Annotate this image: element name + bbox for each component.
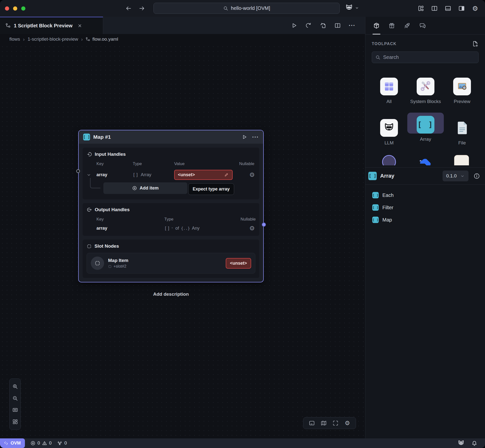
auto-layout-icon[interactable] [11, 418, 19, 425]
tab-comments-icon[interactable] [418, 17, 427, 34]
titlebar: hello-world [OVM] ⚙ [0, 0, 485, 17]
minimize-window-button[interactable] [13, 6, 17, 11]
type-caret-icon[interactable]: ⌄ [171, 226, 173, 229]
tab-rocket-icon[interactable] [402, 17, 412, 34]
tool-partial-icon[interactable] [382, 155, 396, 165]
fit-width-icon[interactable] [11, 406, 19, 414]
node-map-1[interactable]: [ ] Map #1 ··· [78, 130, 264, 282]
info-icon[interactable] [473, 173, 480, 179]
tool-file[interactable]: File [444, 116, 480, 149]
handle-type[interactable]: Array [141, 172, 151, 177]
version-dropdown[interactable]: 0.1.0 [443, 171, 468, 181]
notifications-bell-icon[interactable] [471, 440, 478, 447]
tool-all[interactable]: All [371, 74, 407, 107]
node-header[interactable]: [ ] Map #1 ··· [79, 130, 263, 144]
tab-extensions-icon[interactable] [387, 17, 396, 34]
back-arrow-icon[interactable] [125, 4, 132, 12]
assistant-menu[interactable] [345, 4, 359, 12]
input-connection-handle[interactable] [76, 169, 80, 173]
system-blocks-icon [417, 78, 434, 95]
rerun-icon[interactable] [304, 21, 313, 30]
any-type-glyph: {..} [181, 226, 190, 231]
tool-partial-icon[interactable] [454, 155, 469, 165]
slot-nodes-section: Slot Nodes Map Item +s [83, 240, 259, 278]
breadcrumb-separator: › [23, 36, 25, 42]
toggle-right-panel-icon[interactable] [458, 4, 466, 13]
toolpack-grid-overflow [371, 155, 480, 165]
toolpack-search-input[interactable] [383, 54, 475, 60]
block-item-each[interactable]: [ ] Each [365, 189, 485, 201]
collapse-chevron-icon[interactable] [87, 173, 96, 177]
split-editor-icon[interactable] [333, 21, 342, 30]
toggle-bottom-panel-icon[interactable] [308, 419, 316, 427]
toolpack-search[interactable] [372, 52, 479, 63]
run-flow-icon[interactable] [290, 21, 298, 30]
block-item-filter[interactable]: [ ] Filter [365, 201, 485, 214]
close-window-button[interactable] [5, 6, 9, 11]
fox-icon[interactable] [457, 440, 465, 447]
node-run-icon[interactable] [241, 134, 247, 140]
canvas-settings-gear-icon[interactable]: ⚙ [344, 419, 351, 427]
output-handles-title: Output Handles [95, 207, 130, 212]
output-handles-icon [87, 207, 92, 212]
split-vertical-icon[interactable] [430, 4, 438, 13]
search-value: hello-world [OVM] [231, 5, 270, 11]
flow-canvas[interactable]: [ ] Map #1 ··· [0, 44, 365, 438]
output-connection-handle[interactable] [262, 223, 266, 227]
tool-partial-icon[interactable] [418, 155, 432, 165]
slot-unset-badge[interactable]: <unset> [226, 258, 251, 269]
tool-system-blocks[interactable]: System Blocks [407, 74, 444, 107]
handle-settings-gear-icon[interactable]: ⚙ [249, 225, 255, 231]
breadcrumb-item-folder[interactable]: 1-scriptlet-block-preview [28, 36, 78, 42]
edit-pencil-icon[interactable] [224, 172, 229, 177]
breadcrumb-item-flows[interactable]: flows [9, 36, 20, 42]
node-more-icon[interactable]: ··· [252, 136, 259, 138]
zoom-out-icon[interactable] [11, 395, 19, 402]
tab-toolpack-icon[interactable] [372, 17, 381, 34]
more-actions-icon[interactable]: ··· [348, 21, 356, 30]
canvas-zoom-controls [9, 379, 21, 430]
toolpack-grid: All System Blocks Preview [371, 74, 480, 149]
type-any-label[interactable]: Any [192, 226, 200, 231]
ports-indicator[interactable]: 0 [57, 441, 67, 446]
slot-node-card[interactable]: Map Item +slot#2 <unset> [87, 253, 255, 274]
main-area: 1 Scriptlet Block Preview [0, 17, 485, 438]
value-unset-badge[interactable]: <unset> [174, 170, 233, 180]
slot-nodes-icon [87, 244, 92, 249]
array-block-icon: [ ] [368, 172, 377, 180]
app-window: hello-world [OVM] ⚙ [0, 0, 485, 448]
add-item-button[interactable]: Add item [103, 182, 187, 194]
slot-title: Map Item [108, 258, 128, 263]
handle-key[interactable]: array [96, 172, 133, 177]
tool-array[interactable]: [ ] Array [407, 113, 444, 149]
search-icon [223, 6, 228, 11]
tool-llm[interactable]: LLM [371, 116, 407, 149]
col-type: Type [164, 217, 241, 222]
search-icon [375, 55, 381, 60]
layout-grid-icon[interactable] [417, 4, 425, 13]
input-handles-section: Input Handles Key Type Value Nullable [83, 148, 259, 199]
export-document-icon[interactable] [319, 21, 327, 30]
settings-gear-icon[interactable]: ⚙ [471, 4, 479, 13]
new-toolpack-icon[interactable] [472, 40, 479, 47]
split-horizontal-icon[interactable] [444, 4, 452, 13]
close-tab-icon[interactable] [77, 23, 82, 28]
tab-bar: 1 Scriptlet Block Preview [0, 17, 365, 34]
add-description-button[interactable]: Add description [78, 292, 264, 297]
forward-arrow-icon[interactable] [138, 4, 146, 12]
fit-view-icon[interactable] [332, 419, 339, 427]
array-block-icon: [ ] [372, 204, 379, 211]
handle-key[interactable]: array [96, 226, 164, 231]
handle-settings-gear-icon[interactable]: ⚙ [249, 172, 255, 178]
command-search-bar[interactable]: hello-world [OVM] [153, 3, 340, 14]
minimap-icon[interactable] [320, 419, 327, 427]
zoom-in-icon[interactable] [11, 383, 19, 390]
zoom-window-button[interactable] [21, 6, 25, 11]
editor-actions: ··· [290, 17, 365, 34]
problems-indicator[interactable]: 0 0 [30, 441, 52, 446]
tool-preview[interactable]: Preview [444, 74, 480, 107]
breadcrumb-item-file[interactable]: flow.oo.yaml [86, 36, 118, 42]
tab-scriptlet-block-preview[interactable]: 1 Scriptlet Block Preview [0, 17, 103, 34]
remote-indicator[interactable]: OVM [0, 438, 25, 448]
block-item-map[interactable]: [ ] Map [365, 214, 485, 226]
